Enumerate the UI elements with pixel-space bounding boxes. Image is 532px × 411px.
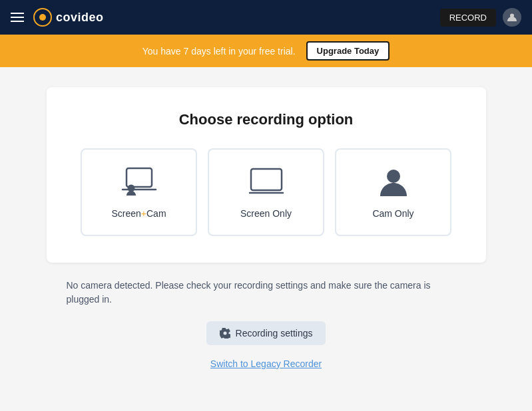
- hamburger-menu[interactable]: [11, 13, 24, 22]
- option-cam-only[interactable]: Cam Only: [335, 148, 451, 236]
- option-screen-cam[interactable]: Screen+Cam: [81, 148, 197, 236]
- banner-message: You have 7 days left in your free trial.: [142, 46, 296, 57]
- cam-only-icon: [374, 166, 413, 199]
- settings-btn-label: Recording settings: [236, 328, 313, 339]
- header-left: covideo: [11, 8, 104, 27]
- warning-message: No camera detected. Please check your re…: [67, 279, 466, 307]
- logo: covideo: [33, 8, 104, 27]
- screen-only-label: Screen Only: [240, 208, 292, 219]
- svg-rect-1: [127, 168, 152, 187]
- options-grid: Screen+Cam Screen Only: [67, 148, 466, 236]
- trial-banner: You have 7 days left in your free trial.…: [0, 35, 532, 67]
- card-title: Choose recording option: [67, 111, 466, 128]
- option-screen-only[interactable]: Screen Only: [208, 148, 324, 236]
- svg-rect-4: [251, 169, 282, 190]
- cam-only-label: Cam Only: [372, 208, 413, 219]
- screen-cam-icon: [119, 166, 159, 199]
- svg-point-6: [387, 170, 400, 183]
- legacy-recorder-link[interactable]: Switch to Legacy Recorder: [210, 358, 322, 369]
- svg-point-3: [127, 185, 134, 192]
- main-content: Choose recording option Screen+Cam: [0, 67, 532, 389]
- recording-settings-button[interactable]: Recording settings: [206, 321, 326, 345]
- app-header: covideo RECORD: [0, 0, 532, 35]
- settings-area: Recording settings: [13, 321, 519, 345]
- recording-options-card: Choose recording option Screen+Cam: [47, 87, 486, 263]
- warning-area: No camera detected. Please check your re…: [60, 279, 473, 307]
- legacy-area: Switch to Legacy Recorder: [13, 358, 519, 369]
- upgrade-button[interactable]: Upgrade Today: [306, 41, 390, 61]
- user-avatar[interactable]: [503, 8, 521, 27]
- screen-cam-label: Screen+Cam: [111, 208, 166, 219]
- header-right: RECORD: [440, 8, 521, 27]
- logo-icon: [33, 8, 52, 27]
- record-button[interactable]: RECORD: [440, 9, 496, 27]
- gear-icon: [220, 328, 230, 339]
- logo-text: covideo: [56, 11, 104, 25]
- screen-only-icon: [246, 166, 286, 199]
